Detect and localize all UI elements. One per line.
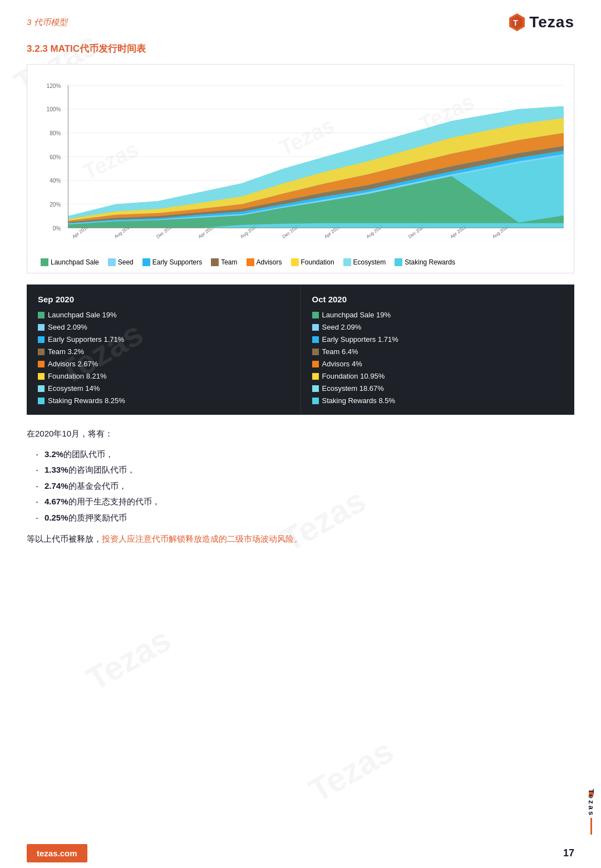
legend-foundation: Foundation <box>291 258 334 266</box>
swatch-ecosystem-sep <box>38 385 45 392</box>
tooltip-oct2020: Oct 2020 Launchpad Sale 19% Seed 2.09% E… <box>301 285 575 415</box>
swatch-early-oct <box>312 336 319 343</box>
swatch-staking-oct <box>312 398 319 404</box>
conclusion-highlight: 投资人应注意代币解锁释放造成的二级市场波动风险。 <box>102 534 302 543</box>
legend-launchpad-sale: Launchpad Sale <box>41 258 99 266</box>
legend-ecosystem: Ecosystem <box>343 258 386 266</box>
swatch-advisors-sep <box>38 361 45 367</box>
bullet-list: 3.2%的团队代币， 1.33%的咨询团队代币， 2.74%的基金会代币， 4.… <box>27 447 574 526</box>
svg-text:60%: 60% <box>50 154 61 160</box>
tooltip-sep-early: Early Supporters 1.71% <box>38 334 289 346</box>
svg-text:0%: 0% <box>53 225 61 231</box>
legend-staking: Staking Rewards <box>395 258 455 266</box>
swatch-team-sep <box>38 349 45 355</box>
tooltip-oct-team: Team 6.4% <box>312 346 564 358</box>
page-footer: tezas.com 17 <box>0 838 601 868</box>
bullet-team: 3.2%的团队代币， <box>36 447 574 463</box>
bullet-foundation: 2.74%的基金会代币， <box>36 478 574 494</box>
legend-color-launchpad <box>41 258 48 266</box>
tooltip-section: Sep 2020 Launchpad Sale 19% Seed 2.09% E… <box>27 285 574 415</box>
tooltip-sep-launchpad: Launchpad Sale 19% <box>38 309 289 321</box>
svg-text:80%: 80% <box>50 130 61 136</box>
svg-text:40%: 40% <box>50 178 61 184</box>
tooltip-oct-title: Oct 2020 <box>312 292 564 307</box>
legend-color-staking <box>395 258 402 266</box>
body-content: 在2020年10月，将有： 3.2%的团队代币， 1.33%的咨询团队代币， 2… <box>0 415 601 563</box>
tooltip-oct-early: Early Supporters 1.71% <box>312 334 564 346</box>
body-conclusion: 等以上代币被释放，投资人应注意代币解锁释放造成的二级市场波动风险。 <box>27 531 574 547</box>
legend-color-advisors <box>247 258 254 266</box>
bullet-ecosystem: 4.67%的用于生态支持的代币， <box>36 494 574 510</box>
tooltip-sep-staking: Staking Rewards 8.25% <box>38 395 289 407</box>
swatch-early-sep <box>38 336 45 343</box>
tezas-logo-icon: T <box>509 13 525 31</box>
header-subtitle: 3 代币模型 <box>27 17 67 28</box>
tooltip-sep-title: Sep 2020 <box>38 292 289 307</box>
swatch-seed-sep <box>38 324 45 331</box>
swatch-ecosystem-oct <box>312 385 319 392</box>
bullet-staking: 0.25%的质押奖励代币 <box>36 510 574 526</box>
svg-text:T: T <box>513 18 518 27</box>
svg-text:Tezas: Tezas <box>80 136 142 184</box>
page-header: 3 代币模型 T Tezas <box>0 0 601 38</box>
svg-text:20%: 20% <box>50 202 61 208</box>
swatch-launchpad-sep <box>38 312 45 318</box>
page-number: 17 <box>563 847 574 859</box>
side-logo-bar <box>590 818 592 835</box>
legend-color-team <box>211 258 219 266</box>
footer-link[interactable]: tezas.com <box>27 844 87 862</box>
swatch-team-oct <box>312 349 319 355</box>
body-intro: 在2020年10月，将有： <box>27 426 574 442</box>
chart-legend: Launchpad Sale Seed Early Supporters Tea… <box>32 254 569 268</box>
tooltip-sep-ecosystem: Ecosystem 14% <box>38 382 289 395</box>
tooltip-oct-ecosystem: Ecosystem 18.67% <box>312 382 564 395</box>
side-stamp-box: 全链金融 解决方案 区块链 服务 Tezas <box>587 786 595 835</box>
swatch-launchpad-oct <box>312 312 319 318</box>
swatch-advisors-oct <box>312 361 319 367</box>
legend-seed: Seed <box>108 258 134 266</box>
tooltip-oct-seed: Seed 2.09% <box>312 321 564 334</box>
legend-color-foundation <box>291 258 299 266</box>
legend-color-early <box>142 258 150 266</box>
chart-container: 0% 20% 40% 60% 80% 100% 120% Apr 2019 Au… <box>27 64 574 273</box>
swatch-foundation-oct <box>312 373 319 380</box>
legend-color-ecosystem <box>343 258 351 266</box>
tooltip-sep-seed: Seed 2.09% <box>38 321 289 334</box>
tooltip-sep-team: Team 3.2% <box>38 346 289 358</box>
tooltip-sep2020: Sep 2020 Launchpad Sale 19% Seed 2.09% E… <box>27 285 301 415</box>
bullet-advisors: 1.33%的咨询团队代币， <box>36 462 574 478</box>
tooltip-sep-foundation: Foundation 8.21% <box>38 370 289 382</box>
svg-text:Tezas: Tezas <box>275 112 338 160</box>
svg-text:120%: 120% <box>47 82 61 89</box>
section-title-prefix: 3.2.3 MATIC <box>27 43 80 54</box>
logo-text: Tezas <box>529 13 574 31</box>
tooltip-sep-advisors: Advisors 2.67% <box>38 358 289 370</box>
section-title: 3.2.3 MATIC代币发行时间表 <box>0 38 601 64</box>
legend-team: Team <box>211 258 237 266</box>
section-title-suffix: 代币发行时间表 <box>80 43 146 54</box>
swatch-staking-sep <box>38 398 45 404</box>
side-logo-text: Tezas <box>587 789 595 817</box>
logo-area: T Tezas <box>509 13 574 31</box>
tooltip-oct-foundation: Foundation 10.95% <box>312 370 564 382</box>
swatch-foundation-sep <box>38 373 45 380</box>
area-chart: 0% 20% 40% 60% 80% 100% 120% Apr 2019 Au… <box>32 73 569 252</box>
svg-text:100%: 100% <box>47 106 61 112</box>
swatch-seed-oct <box>312 324 319 331</box>
legend-color-seed <box>108 258 116 266</box>
legend-early-supporters: Early Supporters <box>142 258 202 266</box>
conclusion-plain: 等以上代币被释放， <box>27 534 102 543</box>
legend-advisors: Advisors <box>247 258 282 266</box>
tooltip-oct-advisors: Advisors 4% <box>312 358 564 370</box>
tooltip-oct-staking: Staking Rewards 8.5% <box>312 395 564 407</box>
tooltip-oct-launchpad: Launchpad Sale 19% <box>312 309 564 321</box>
